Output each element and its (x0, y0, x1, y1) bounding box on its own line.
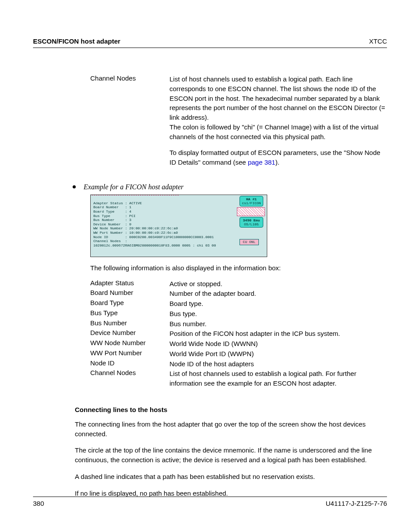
def-row: Channel NodesList of host channels used … (90, 369, 387, 388)
def-desc: List of host channels used to establish … (169, 369, 387, 388)
def-desc: Node ID of the host adapters (169, 359, 387, 369)
def-term: Bus Type (90, 309, 169, 319)
def-channel-nodes-extra: To display formatted output of ESCON par… (90, 142, 387, 173)
def-row: Device NumberPosition of the FICON host … (90, 329, 387, 339)
def-desc: World Wide Port ID (WWPN) (169, 349, 387, 359)
following-text: The following information is also displa… (90, 263, 387, 273)
connecting-p1: The connecting lines from the host adapt… (75, 420, 387, 439)
def-term: Adapter Status (90, 279, 169, 289)
connecting-p2: The circle at the top of the line contai… (75, 445, 387, 465)
def-desc: Board type. (169, 299, 387, 309)
def-row: Board TypeBoard type. (90, 299, 387, 309)
shot-ha-box: HA #1 cs1/FICON (239, 196, 263, 206)
header-title: ESCON/FICON host adapter (33, 37, 120, 45)
doc-id: U41117-J-Z125-7-76 (326, 500, 387, 507)
desc-text-2: The colon is followed by "chi" (= Channe… (169, 123, 379, 140)
shot-emu-box: 3490 Emu OS/L105 (239, 217, 263, 228)
page-link[interactable]: page 381 (248, 158, 276, 166)
def-term: Board Number (90, 289, 169, 298)
def-term: Bus Number (90, 319, 169, 329)
def-desc: Bus number. (169, 319, 387, 329)
shot-emu-label: 3490 Emu (243, 218, 260, 222)
desc-text-1: List of host channels used to establish … (169, 75, 385, 121)
def-term: Node ID (90, 359, 169, 369)
example-caption: Example for a FICON host adapter (84, 183, 184, 191)
shot-ha-label: HA #1 (246, 197, 257, 201)
desc-channel-nodes: List of host channels used to establish … (169, 74, 387, 141)
shot-cu-label: CU ONL (243, 240, 256, 244)
shot-cu-box: CU ONL (239, 239, 259, 245)
def-term: WW Node Number (90, 339, 169, 349)
connecting-p3: A dashed line indicates that a path has … (75, 472, 387, 482)
def-term: WW Port Number (90, 349, 169, 359)
def-row: Node IDNode ID of the host adapters (90, 359, 387, 369)
ficon-screenshot: Adapter Status : ACTIVE Board Number : 1… (90, 195, 267, 257)
def-desc: Position of the FICON host adapter in th… (169, 329, 387, 339)
bullet-icon (73, 185, 76, 188)
def-row: Bus NumberBus number. (90, 319, 387, 329)
shot-ha-sub: cs1/FICON (242, 201, 261, 205)
page-header: ESCON/FICON host adapter XTCC (33, 37, 387, 48)
def-row: WW Port NumberWorld Wide Port ID (WWPN) (90, 349, 387, 359)
connecting-heading: Connecting lines to the hosts (75, 406, 387, 413)
shot-emu-sub: OS/L105 (244, 222, 259, 226)
def-desc: Number of the adapter board. (169, 289, 387, 298)
page-footer: 380 U41117-J-Z125-7-76 (33, 497, 387, 507)
shot-connector-box (237, 207, 265, 216)
shot-dashed-line (92, 195, 179, 195)
def-row: Adapter StatusActive or stopped. (90, 279, 387, 289)
definition-list: Adapter StatusActive or stopped. Board N… (90, 279, 387, 388)
def-row: Bus TypeBus type. (90, 309, 387, 319)
page-number: 380 (33, 500, 44, 507)
def-desc: Active or stopped. (169, 279, 387, 289)
term-channel-nodes: Channel Nodes (90, 74, 169, 141)
desc3-post: ). (275, 158, 279, 166)
desc-paragraph: To display formatted output of ESCON par… (169, 148, 387, 167)
def-term: Device Number (90, 329, 169, 339)
def-desc: World Wide Node ID (WWNN) (169, 339, 387, 349)
def-row: WW Node NumberWorld Wide Node ID (WWNN) (90, 339, 387, 349)
def-row: Board NumberNumber of the adapter board. (90, 289, 387, 298)
def-channel-nodes: Channel Nodes List of host channels used… (90, 74, 387, 141)
def-desc: Bus type. (169, 309, 387, 319)
def-term: Channel Nodes (90, 369, 169, 388)
header-right: XTCC (369, 37, 387, 45)
def-term: Board Type (90, 299, 169, 309)
example-caption-line: Example for a FICON host adapter (73, 183, 387, 191)
